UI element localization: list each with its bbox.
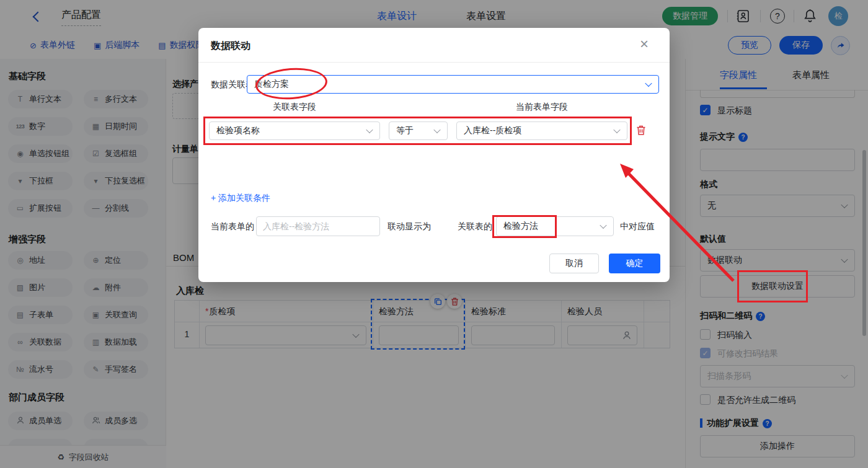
cancel-label: 取消 — [565, 258, 583, 269]
app-root: 产品配置 表单设计 表单设置 数据管理 ? 检 ⊘表单外链 ▣后端脚本 ▤数据权… — [0, 0, 868, 468]
add-condition-link[interactable]: + 添加关联条件 — [211, 193, 270, 204]
add-condition-label: 添加关联条件 — [218, 193, 270, 203]
linked-table-select[interactable]: 质检方案 — [247, 75, 659, 94]
column-header-linked-field: 关联表字段 — [209, 102, 380, 113]
mapping-prefix-label: 当前表单的 — [211, 221, 254, 232]
mapping-middle-label: 联动显示为 — [388, 221, 431, 232]
condition-form-field-select[interactable]: 入库检--质检项 — [456, 121, 627, 140]
chevron-down-icon — [645, 80, 652, 87]
mapping-rel-prefix-label: 关联表的 — [458, 221, 492, 232]
delete-condition-button[interactable] — [636, 125, 646, 138]
condition-field-value: 检验项名称 — [216, 125, 260, 136]
condition-field-select[interactable]: 检验项名称 — [209, 121, 380, 140]
confirm-label: 确定 — [626, 258, 644, 269]
linked-table-value: 质检方案 — [254, 79, 289, 90]
data-linkage-modal: 数据联动 × 数据关联表 质检方案 关联表字段 当前表单字段 检验项名称 等于 … — [198, 28, 670, 282]
confirm-button[interactable]: 确定 — [609, 254, 660, 273]
condition-operator-value: 等于 — [396, 125, 414, 136]
mapping-suffix-label: 中对应值 — [620, 221, 655, 232]
chevron-down-icon — [613, 126, 620, 133]
condition-form-field-value: 入库检--质检项 — [464, 125, 521, 136]
condition-operator-select[interactable]: 等于 — [389, 121, 448, 140]
close-icon[interactable]: × — [640, 37, 649, 51]
chevron-down-icon — [366, 126, 373, 133]
mapping-rel-field-select[interactable]: 检验方法 — [496, 216, 614, 236]
trash-icon — [636, 125, 646, 136]
mapping-target-input[interactable] — [256, 216, 380, 236]
plus-icon: + — [211, 193, 216, 203]
divider — [198, 62, 670, 63]
mapping-rel-field-value: 检验方法 — [503, 221, 538, 232]
chevron-down-icon — [600, 222, 606, 229]
cancel-button[interactable]: 取消 — [549, 254, 599, 273]
modal-title: 数据联动 — [211, 40, 250, 53]
column-header-current-field: 当前表单字段 — [456, 102, 627, 113]
chevron-down-icon — [433, 126, 440, 133]
